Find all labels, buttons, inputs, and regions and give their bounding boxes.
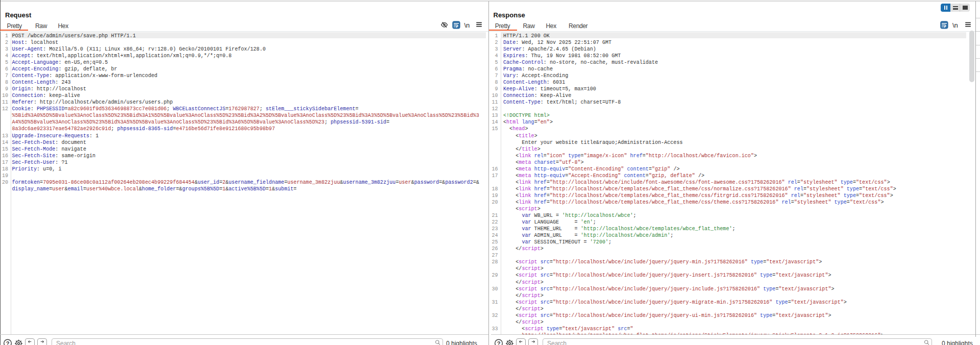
svg-text:?: ? xyxy=(6,340,10,345)
svg-text:?: ? xyxy=(497,340,501,345)
